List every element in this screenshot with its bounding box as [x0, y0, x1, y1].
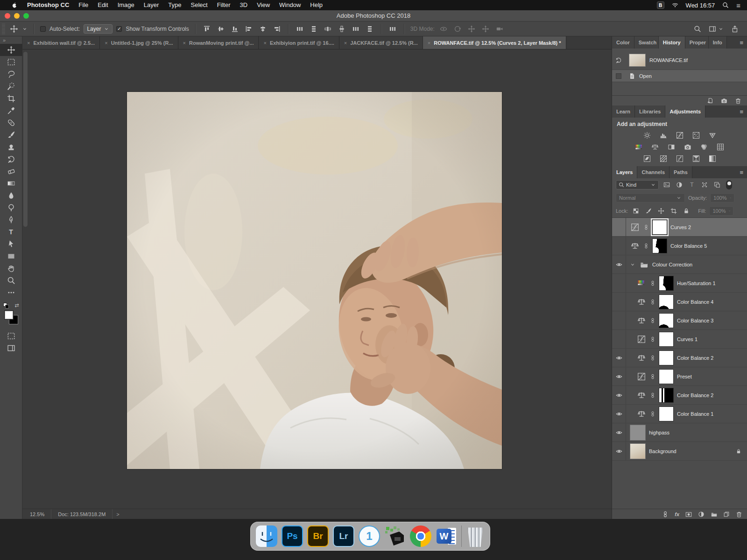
layer-mask-thumbnail[interactable]	[659, 313, 674, 328]
close-tab-icon[interactable]: ×	[183, 40, 186, 46]
layer-row-highpass[interactable]: highpass	[612, 423, 747, 442]
align-top-edges-icon[interactable]	[202, 23, 212, 35]
lock-paint-icon[interactable]	[644, 208, 653, 214]
eyedropper-tool[interactable]	[0, 105, 22, 117]
foreground-background-swatches[interactable]	[4, 310, 18, 324]
layer-mask-thumbnail[interactable]	[659, 332, 674, 347]
levels-icon[interactable]	[658, 131, 669, 140]
tab-history[interactable]: History	[659, 36, 685, 49]
gradient-map-icon[interactable]	[691, 154, 701, 163]
bridge-dock-icon[interactable]: Br	[307, 525, 329, 547]
lasso-tool[interactable]	[0, 68, 22, 80]
menu-window[interactable]: Window	[275, 0, 305, 10]
layer-group-colour-correction[interactable]: Colour Correction	[612, 255, 747, 274]
document-tab-active[interactable]: ×ROWANFACE.tif @ 12.5% (Curves 2, Layer …	[423, 36, 566, 49]
close-tab-icon[interactable]: ×	[344, 40, 347, 46]
tab-adjustments[interactable]: Adjustments	[665, 105, 705, 118]
workspace-switcher[interactable]	[709, 25, 724, 33]
menu-view[interactable]: View	[252, 0, 275, 10]
healing-brush-tool[interactable]	[0, 117, 22, 129]
invert-icon[interactable]	[642, 154, 652, 163]
move-tool[interactable]	[0, 44, 22, 56]
canvas-photo[interactable]	[127, 92, 502, 469]
link-layers-icon[interactable]	[662, 511, 669, 518]
group-expand-chevron-icon[interactable]	[630, 262, 635, 267]
new-adjustment-layer-icon[interactable]	[698, 511, 705, 518]
distribute-spacing-icon[interactable]	[388, 23, 398, 35]
new-snapshot-icon[interactable]	[721, 98, 727, 104]
color-lookup-icon[interactable]	[715, 142, 726, 152]
layer-thumbnail[interactable]	[630, 425, 646, 441]
vibrance-icon[interactable]	[707, 131, 718, 140]
mask-link-icon[interactable]	[650, 299, 655, 305]
3d-orbit-icon[interactable]	[438, 23, 449, 35]
capture-one-dock-icon[interactable]: 1	[359, 525, 380, 547]
collapse-tools-icon[interactable]: »	[0, 37, 6, 44]
wifi-icon[interactable]	[672, 2, 678, 8]
layer-row-curves-2[interactable]: Curves 2	[612, 218, 747, 237]
panel-menu-icon[interactable]: ≡	[736, 105, 747, 118]
mask-link-icon[interactable]	[650, 280, 655, 286]
close-tab-icon[interactable]: ×	[263, 40, 266, 46]
tab-properties[interactable]: Proper	[685, 36, 709, 49]
distribute-bottom-edges-icon[interactable]	[323, 23, 333, 35]
eye-icon[interactable]	[616, 373, 622, 380]
history-source-row[interactable]: ROWANFACE.tif	[612, 50, 747, 70]
menu-layer[interactable]: Layer	[139, 0, 164, 10]
photo-filter-icon[interactable]	[683, 142, 693, 152]
layer-filtering-toggle[interactable]	[726, 180, 732, 189]
eye-icon[interactable]	[616, 429, 622, 436]
hand-tool[interactable]	[0, 262, 22, 274]
visibility-toggle[interactable]	[612, 330, 626, 348]
swap-colors-icon[interactable]: ⇄	[14, 302, 19, 308]
delete-layer-icon[interactable]	[736, 511, 742, 518]
apple-menu[interactable]	[7, 2, 22, 8]
layer-row-color-balance-2a[interactable]: Color Balance 2	[612, 349, 747, 367]
tab-layers[interactable]: Layers	[612, 166, 637, 178]
gradient-tool[interactable]	[0, 177, 22, 189]
3d-roll-icon[interactable]	[452, 23, 463, 35]
align-vertical-centers-icon[interactable]	[216, 23, 226, 35]
delete-state-icon[interactable]	[735, 98, 741, 104]
filter-smart-objects-icon[interactable]	[712, 182, 722, 188]
layer-mask-thumbnail[interactable]	[659, 350, 674, 365]
visibility-toggle[interactable]	[612, 237, 626, 255]
mask-link-icon[interactable]	[650, 355, 655, 361]
menu-select[interactable]: Select	[186, 0, 212, 10]
layer-mask-thumbnail[interactable]	[659, 406, 674, 421]
curves-icon[interactable]	[675, 131, 685, 140]
history-state-well[interactable]	[616, 73, 621, 79]
close-tab-icon[interactable]: ×	[27, 40, 30, 46]
crop-tool[interactable]	[0, 92, 22, 105]
3d-slide-icon[interactable]	[480, 23, 491, 35]
visibility-toggle[interactable]	[612, 311, 626, 329]
eye-icon[interactable]	[616, 392, 622, 399]
fill-field[interactable]: 100%	[709, 206, 733, 216]
vertical-scrollbar[interactable]	[23, 52, 28, 227]
chevron-down-icon[interactable]	[22, 26, 28, 32]
move-tool-preset-icon[interactable]	[10, 25, 18, 33]
filter-shape-layers-icon[interactable]	[700, 182, 709, 188]
spotlight-search-icon[interactable]	[722, 2, 729, 8]
scanner-app-dock-icon[interactable]	[384, 525, 406, 547]
align-horizontal-centers-icon[interactable]	[258, 23, 268, 35]
visibility-toggle[interactable]	[612, 293, 626, 311]
minimize-window-button[interactable]	[14, 13, 20, 19]
zoom-window-button[interactable]	[23, 13, 29, 19]
brush-tool[interactable]	[0, 129, 22, 141]
tab-learn[interactable]: Learn	[612, 105, 635, 118]
word-dock-icon[interactable]: W	[436, 525, 457, 547]
eye-icon[interactable]	[616, 411, 622, 417]
close-tab-icon[interactable]: ×	[428, 40, 430, 46]
mask-link-icon[interactable]	[650, 318, 655, 323]
panel-menu-icon[interactable]: ≡	[736, 36, 747, 49]
search-icon[interactable]	[694, 25, 701, 33]
history-brush-tool[interactable]	[0, 153, 22, 165]
3d-camera-icon[interactable]	[494, 23, 505, 35]
tab-swatches[interactable]: Swatch	[634, 36, 659, 49]
filter-type-layers-icon[interactable]: T	[687, 182, 697, 188]
quick-mask-mode-button[interactable]	[0, 330, 22, 342]
trash-dock-icon[interactable]	[466, 525, 485, 547]
layer-row-color-balance-3[interactable]: Color Balance 3	[612, 311, 747, 330]
tab-color[interactable]: Color	[612, 36, 634, 49]
